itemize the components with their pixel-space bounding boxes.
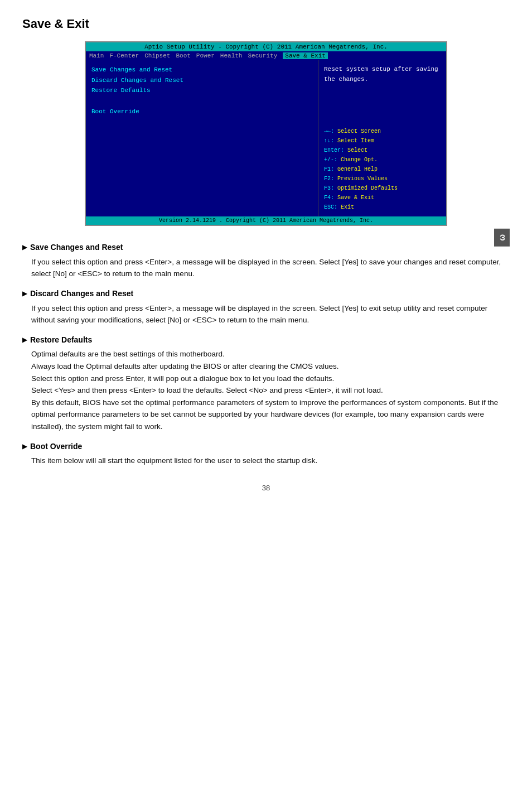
doc-body-discard-changes: If you select this option and press <Ent… [31, 302, 510, 326]
bios-title-bar: Aptio Setup Utility - Copyright (C) 2011… [86, 42, 446, 51]
key-help-f3: F3: Optimized Defaults [324, 184, 441, 193]
restore-para-3: Select this option and press Enter, it w… [31, 373, 510, 385]
menu-item-boot: Boot [176, 52, 190, 59]
bios-screenshot: Aptio Setup Utility - Copyright (C) 2011… [85, 41, 447, 226]
bios-item-spacer [91, 96, 312, 107]
key-help-select-item: ↑↓: Select Item [324, 136, 441, 146]
doc-heading-save-changes: Save Changes and Reset [22, 242, 510, 254]
menu-item-save-exit: Save & Exit [283, 52, 328, 59]
menu-item-security: Security [248, 52, 277, 59]
menu-item-main: Main [89, 52, 104, 59]
doc-heading-boot-override: Boot Override [22, 441, 510, 453]
bios-item-boot-override: Boot Override [91, 107, 312, 117]
key-help-esc: ESC: Exit [324, 202, 441, 212]
bios-item-restore-defaults: Restore Defaults [91, 85, 312, 96]
bios-footer: Version 2.14.1219 . Copyright (C) 2011 A… [86, 216, 446, 225]
restore-para-2: Always load the Optimal defaults after u… [31, 360, 510, 373]
bios-body: Save Changes and Reset Discard Changes a… [86, 60, 446, 216]
doc-section-restore-defaults: Restore Defaults Optimal defaults are th… [22, 334, 510, 433]
menu-item-health: Health [220, 52, 243, 59]
page-number: 38 [22, 484, 510, 492]
doc-body-save-changes: If you select this option and press <Ent… [31, 256, 510, 280]
bios-left-panel: Save Changes and Reset Discard Changes a… [86, 60, 318, 216]
bios-item-discard-changes: Discard Changes and Reset [91, 75, 312, 86]
key-help-f1: F1: General Help [324, 165, 441, 174]
key-help-select-screen: →←: Select Screen [324, 127, 441, 136]
doc-section-boot-override: Boot Override This item below will all s… [22, 441, 510, 467]
key-help-f2: F2: Previous Values [324, 174, 441, 184]
menu-item-power: Power [196, 52, 215, 59]
bios-item-save-changes: Save Changes and Reset [91, 65, 312, 75]
doc-body-restore-defaults: Optimal defaults are the best settings o… [31, 348, 510, 432]
menu-item-chipset: Chipset [144, 52, 170, 59]
bios-menu-bar: Main F-Center Chipset Boot Power Health … [86, 51, 446, 60]
chapter-tab: ω [494, 229, 510, 247]
restore-para-5: By this default, BIOS have set the optim… [31, 397, 510, 433]
doc-section-discard-changes: Discard Changes and Reset If you select … [22, 288, 510, 326]
bios-right-description: Reset system setup after saving the chan… [324, 65, 441, 84]
menu-item-fcenter: F-Center [109, 52, 139, 59]
restore-para-1: Optimal defaults are the best settings o… [31, 348, 510, 360]
doc-heading-restore-defaults: Restore Defaults [22, 334, 510, 346]
doc-heading-discard-changes: Discard Changes and Reset [22, 288, 510, 300]
key-help-enter: Enter: Select [324, 146, 441, 155]
bios-key-help: →←: Select Screen ↑↓: Select Item Enter:… [324, 127, 441, 212]
bios-right-panel: Reset system setup after saving the chan… [318, 60, 446, 216]
key-help-change-opt: +/-: Change Opt. [324, 155, 441, 165]
doc-section-save-changes: Save Changes and Reset If you select thi… [22, 242, 510, 280]
doc-body-boot-override: This item below will all start the equip… [31, 455, 510, 467]
key-help-f4: F4: Save & Exit [324, 193, 441, 202]
restore-para-4: Select <Yes> and then press <Enter> to l… [31, 384, 510, 397]
page-title: Save & Exit [22, 17, 510, 31]
